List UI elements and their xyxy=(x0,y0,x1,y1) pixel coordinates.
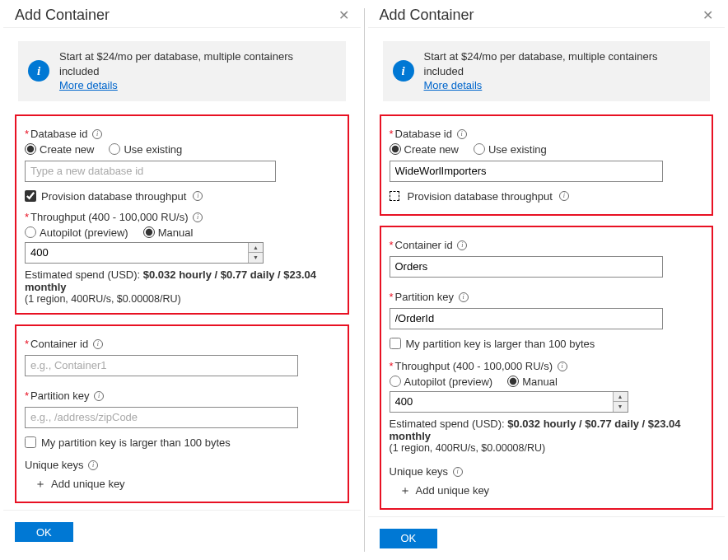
radio-use-existing[interactable]: Use existing xyxy=(474,143,547,156)
radio-autopilot[interactable]: Autopilot (preview) xyxy=(390,376,493,388)
ok-button[interactable]: OK xyxy=(380,529,438,548)
partition-key-large-checkbox[interactable]: My partition key is larger than 100 byte… xyxy=(25,436,339,449)
highlight-database-section: *Database id i Create new Use existing P… xyxy=(15,114,349,315)
spinner-buttons[interactable]: ▲ ▼ xyxy=(248,243,263,263)
info-bar: i Start at $24/mo per database, multiple… xyxy=(383,41,711,101)
help-icon[interactable]: i xyxy=(193,212,203,222)
throughput-input[interactable]: ▲ ▼ xyxy=(390,391,628,413)
panel-left: Add Container ✕ i Start at $24/mo per da… xyxy=(0,0,364,560)
plus-icon: ＋ xyxy=(399,484,411,496)
throughput-mode-radio-group: Autopilot (preview) Manual xyxy=(390,376,704,388)
dialog-header: Add Container ✕ xyxy=(368,0,726,28)
spinner-buttons[interactable]: ▲ ▼ xyxy=(613,392,628,412)
help-icon[interactable]: i xyxy=(92,129,102,139)
dialog-title: Add Container xyxy=(380,7,474,24)
help-icon[interactable]: i xyxy=(457,240,467,250)
help-icon[interactable]: i xyxy=(94,391,104,401)
database-id-label: *Database id i xyxy=(25,128,339,140)
throughput-mode-radio-group: Autopilot (preview) Manual xyxy=(25,226,339,239)
spinner-down-icon[interactable]: ▼ xyxy=(614,402,628,412)
unique-keys-label: Unique keys i xyxy=(390,465,704,478)
ok-button[interactable]: OK xyxy=(15,522,73,542)
radio-create-new[interactable]: Create new xyxy=(390,143,459,156)
add-unique-key-button[interactable]: ＋ Add unique key xyxy=(35,478,339,490)
container-id-label: *Container id i xyxy=(390,239,704,251)
spinner-down-icon[interactable]: ▼ xyxy=(249,253,263,263)
unique-keys-label: Unique keys i xyxy=(25,459,339,471)
throughput-label: *Throughput (400 - 100,000 RU/s) i xyxy=(25,211,339,223)
close-icon[interactable]: ✕ xyxy=(338,9,349,22)
database-id-input[interactable] xyxy=(390,161,663,182)
container-id-input[interactable] xyxy=(25,355,298,376)
dialog-footer: OK xyxy=(3,510,361,560)
panel-right: Add Container ✕ i Start at $24/mo per da… xyxy=(365,0,729,560)
spinner-up-icon[interactable]: ▲ xyxy=(614,392,628,403)
help-icon[interactable]: i xyxy=(459,292,469,302)
estimated-spend: Estimated spend (USD): $0.032 hourly / $… xyxy=(390,418,704,442)
database-mode-radio-group: Create new Use existing xyxy=(25,143,339,156)
dialog-footer: OK xyxy=(368,516,726,560)
estimated-spend-sub: (1 region, 400RU/s, $0.00008/RU) xyxy=(390,442,704,454)
close-icon[interactable]: ✕ xyxy=(702,9,713,22)
help-icon[interactable]: i xyxy=(558,362,567,371)
database-mode-radio-group: Create new Use existing xyxy=(390,143,704,156)
info-icon: i xyxy=(393,60,414,82)
partition-key-label: *Partition key i xyxy=(25,390,339,402)
partition-key-large-checkbox[interactable]: My partition key is larger than 100 byte… xyxy=(390,338,704,350)
radio-manual[interactable]: Manual xyxy=(143,226,194,239)
estimated-spend: Estimated spend (USD): $0.032 hourly / $… xyxy=(25,268,339,293)
throughput-input[interactable]: ▲ ▼ xyxy=(25,242,264,264)
help-icon[interactable]: i xyxy=(559,191,569,201)
help-icon[interactable]: i xyxy=(193,191,203,201)
radio-autopilot[interactable]: Autopilot (preview) xyxy=(25,226,128,239)
highlight-database-section: *Database id i Create new Use existing P… xyxy=(380,114,714,216)
highlight-container-section: *Container id i *Partition key i My part… xyxy=(380,226,714,510)
more-details-link[interactable]: More details xyxy=(424,79,483,91)
info-icon: i xyxy=(28,60,49,82)
plus-icon: ＋ xyxy=(35,478,46,489)
container-id-input[interactable] xyxy=(390,256,663,278)
container-id-label: *Container id i xyxy=(25,338,339,350)
throughput-label: *Throughput (400 - 100,000 RU/s) i xyxy=(390,360,704,372)
help-icon[interactable]: i xyxy=(88,460,98,470)
info-text: Start at $24/mo per database, multiple c… xyxy=(59,49,336,93)
dialog-title: Add Container xyxy=(15,7,110,24)
info-bar: i Start at $24/mo per database, multiple… xyxy=(18,41,346,101)
add-unique-key-button[interactable]: ＋ Add unique key xyxy=(399,484,704,497)
radio-manual[interactable]: Manual xyxy=(507,376,558,388)
help-icon[interactable]: i xyxy=(93,339,103,349)
info-text: Start at $24/mo per database, multiple c… xyxy=(424,49,701,93)
checkbox-unchecked-dashed-icon[interactable] xyxy=(390,191,399,201)
radio-use-existing[interactable]: Use existing xyxy=(109,143,182,156)
estimated-spend-sub: (1 region, 400RU/s, $0.00008/RU) xyxy=(25,293,339,305)
spinner-up-icon[interactable]: ▲ xyxy=(249,243,263,254)
more-details-link[interactable]: More details xyxy=(59,79,118,91)
partition-key-input[interactable] xyxy=(390,308,663,329)
database-id-label: *Database id i xyxy=(390,128,704,140)
partition-key-input[interactable] xyxy=(25,407,298,428)
dialog-header: Add Container ✕ xyxy=(3,0,361,28)
help-icon[interactable]: i xyxy=(453,467,463,477)
provision-throughput-checkbox[interactable]: Provision database throughput i xyxy=(390,190,704,203)
database-id-input[interactable] xyxy=(25,161,276,182)
help-icon[interactable]: i xyxy=(457,129,467,139)
radio-create-new[interactable]: Create new xyxy=(25,143,94,156)
partition-key-label: *Partition key i xyxy=(390,291,704,303)
highlight-container-section: *Container id i *Partition key i My part… xyxy=(15,324,349,503)
provision-throughput-checkbox[interactable]: Provision database throughput i xyxy=(25,190,339,203)
